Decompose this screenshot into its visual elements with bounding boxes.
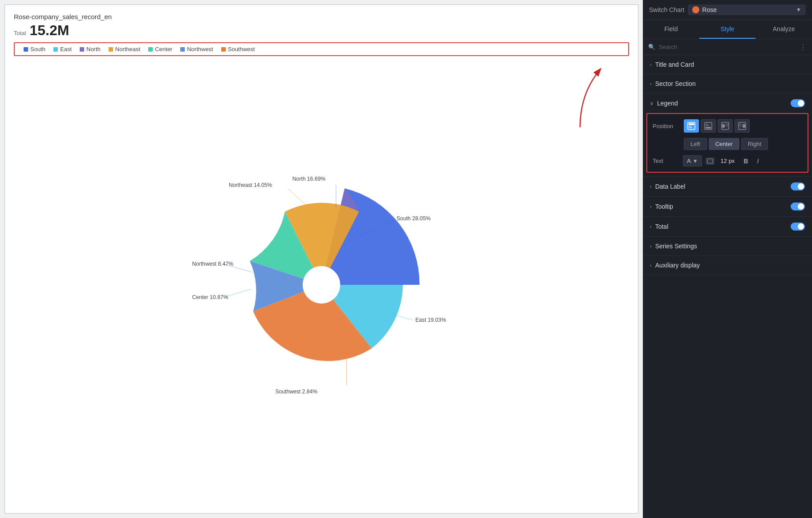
svg-text:Center 10.87%: Center 10.87%: [192, 294, 228, 300]
section-title-and-card-header[interactable]: › Title and Card: [643, 55, 812, 74]
legend-expanded-box: Position: [646, 113, 808, 173]
align-left-btn[interactable]: Left: [684, 138, 707, 150]
svg-text:North 16.69%: North 16.69%: [292, 175, 326, 182]
section-series: › Series Settings: [643, 237, 812, 256]
switch-chart-label: Switch Chart: [649, 6, 684, 13]
chevron-right-icon-7: ›: [650, 263, 652, 268]
chart-total: Total 15.2M: [5, 22, 638, 42]
chevron-right-icon-2: ›: [650, 81, 652, 86]
text-a-chevron: ▼: [693, 158, 698, 164]
section-sector: › Sector Section: [643, 74, 812, 93]
text-a-button[interactable]: A ▼: [683, 155, 702, 166]
total-toggle[interactable]: [791, 223, 805, 231]
section-legend: ∨ Legend Position: [643, 93, 812, 177]
legend-item: Southwest: [221, 46, 255, 53]
position-buttons: [684, 119, 750, 133]
total-value: 15.2M: [29, 22, 69, 39]
section-legend-label: Legend: [657, 100, 678, 107]
bold-button[interactable]: B: [741, 156, 751, 166]
section-title-and-card: › Title and Card: [643, 55, 812, 74]
section-total-text: Total: [655, 223, 669, 230]
search-options-icon[interactable]: ⋮: [800, 43, 807, 51]
tooltip-toggle[interactable]: [791, 202, 805, 210]
svg-text:Northeast 14.05%: Northeast 14.05%: [229, 182, 272, 188]
section-sector-label: Sector Section: [655, 80, 696, 87]
svg-rect-28: [743, 124, 745, 128]
chevron-right-icon-3: ›: [650, 184, 652, 189]
svg-text:Northwest 8.47%: Northwest 8.47%: [192, 260, 233, 267]
section-total: › Total: [643, 217, 812, 237]
svg-line-7: [288, 189, 309, 207]
text-label: Text: [653, 158, 679, 164]
rose-chart-icon: [692, 6, 699, 13]
rose-chart-svg: South 28.05% East 19.03% North 16.69% No…: [188, 151, 455, 418]
search-input[interactable]: [659, 44, 796, 50]
section-series-text: Series Settings: [655, 243, 697, 250]
annotation-arrow: [513, 65, 602, 136]
pos-btn-bottom[interactable]: [701, 119, 716, 133]
section-auxiliary-text: Auxiliary display: [655, 262, 700, 269]
tab-field[interactable]: Field: [643, 20, 699, 39]
legend-item: Northeast: [109, 46, 140, 53]
chevron-down-icon-legend: ∨: [650, 101, 654, 106]
chevron-right-icon: ›: [650, 62, 652, 67]
legend-item: East: [53, 46, 72, 53]
section-legend-header[interactable]: ∨ Legend: [643, 93, 812, 113]
svg-rect-24: [722, 124, 725, 128]
svg-text:East 19.03%: East 19.03%: [415, 317, 446, 323]
sidebar: Switch Chart Rose ▼ Field Style Analyze …: [643, 0, 812, 518]
legend-item: South: [24, 46, 45, 53]
section-sector-header[interactable]: › Sector Section: [643, 74, 812, 93]
position-label: Position: [653, 123, 679, 130]
section-auxiliary: › Auxiliary display: [643, 256, 812, 275]
svg-text:Southwest 2.84%: Southwest 2.84%: [275, 388, 317, 394]
section-data-label: › Data Label: [643, 177, 812, 197]
svg-rect-16: [689, 123, 694, 125]
rose-chart-container: South 28.05% East 19.03% North 16.69% No…: [5, 56, 638, 513]
total-label: Total: [14, 30, 26, 36]
chart-title: Rose-company_sales_record_en: [5, 5, 638, 22]
chevron-right-icon-6: ›: [650, 243, 652, 249]
section-tooltip: › Tooltip: [643, 197, 812, 217]
position-row: Position: [653, 119, 802, 133]
section-tooltip-header[interactable]: › Tooltip: [643, 197, 812, 216]
font-size-value: 12 px: [718, 158, 738, 164]
sidebar-tabs: Field Style Analyze: [643, 20, 812, 39]
svg-text:South 28.05%: South 28.05%: [397, 215, 431, 221]
legend-item: North: [80, 46, 101, 53]
section-total-header[interactable]: › Total: [643, 217, 812, 236]
align-right-btn[interactable]: Right: [741, 138, 768, 150]
italic-button[interactable]: I: [755, 156, 762, 166]
legend-item: Center: [148, 46, 172, 53]
section-title-label: Title and Card: [655, 61, 694, 68]
search-icon: 🔍: [648, 44, 655, 50]
sidebar-search: 🔍 ⋮: [643, 39, 812, 55]
chart-type-name: Rose: [702, 6, 793, 13]
chevron-right-icon-5: ›: [650, 224, 652, 229]
sidebar-header: Switch Chart Rose ▼: [643, 0, 812, 20]
legend-bar: SouthEastNorthNortheastCenterNorthwestSo…: [14, 42, 629, 56]
legend-toggle[interactable]: [791, 99, 805, 107]
section-tooltip-text: Tooltip: [655, 203, 673, 210]
text-row: Text A ▼ 12 px B I: [653, 155, 802, 166]
text-bg-icon: [706, 158, 715, 165]
align-center-btn[interactable]: Center: [709, 138, 739, 150]
section-data-label-text: Data Label: [655, 183, 686, 190]
chart-type-selector[interactable]: Rose ▼: [688, 4, 806, 15]
section-auxiliary-header[interactable]: › Auxiliary display: [643, 256, 812, 275]
chevron-right-icon-4: ›: [650, 204, 652, 209]
legend-item: Northwest: [180, 46, 213, 53]
tab-analyze[interactable]: Analyze: [755, 20, 812, 39]
pos-btn-top[interactable]: [684, 119, 699, 133]
svg-rect-31: [707, 159, 713, 163]
pos-btn-right[interactable]: [735, 119, 750, 133]
chart-area: Rose-company_sales_record_en Total 15.2M…: [4, 4, 638, 514]
align-buttons: Left Center Right: [684, 138, 802, 150]
tab-style[interactable]: Style: [699, 20, 756, 39]
section-data-label-header[interactable]: › Data Label: [643, 177, 812, 196]
pos-btn-left[interactable]: [718, 119, 733, 133]
text-a-value: A: [687, 158, 691, 164]
chevron-down-icon: ▼: [796, 7, 801, 13]
data-label-toggle[interactable]: [791, 182, 805, 190]
section-series-header[interactable]: › Series Settings: [643, 237, 812, 255]
